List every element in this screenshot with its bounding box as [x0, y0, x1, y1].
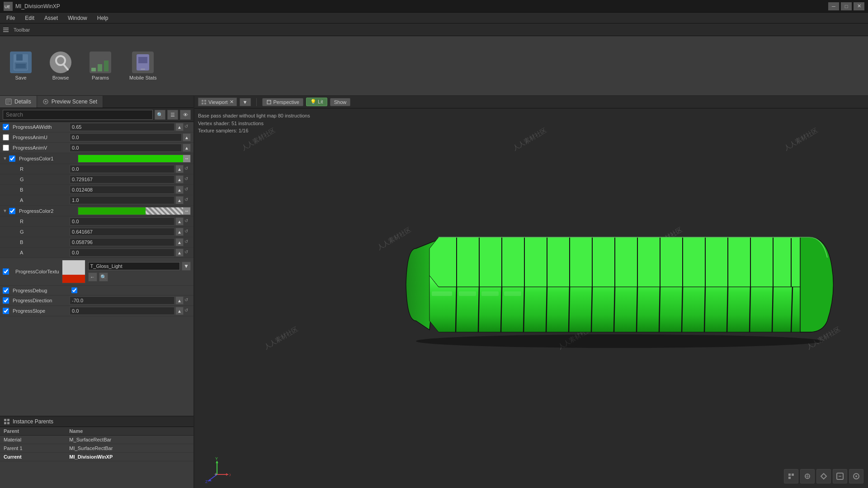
progressanimu-input[interactable] — [70, 133, 182, 141]
a-reset[interactable]: ↺ — [184, 197, 191, 203]
progressdirection-input[interactable] — [70, 296, 175, 305]
slope-spinner[interactable]: ▲ — [175, 307, 184, 315]
b-reset[interactable]: ↺ — [184, 187, 191, 193]
table-row[interactable]: Current MI_DivisionWinXP — [0, 453, 193, 461]
direction-spinner[interactable]: ▲ — [175, 296, 184, 305]
color2-r-input[interactable] — [70, 217, 175, 225]
progressaawidth-checkbox[interactable] — [3, 124, 9, 130]
eye-button[interactable]: 👁 — [180, 110, 191, 120]
vp-tool-4[interactable] — [833, 469, 847, 483]
color2-b-input[interactable] — [70, 238, 175, 246]
save-button[interactable]: Save — [5, 49, 36, 83]
search-button[interactable]: 🔍 — [155, 110, 165, 120]
progresscolor2-checkbox[interactable] — [9, 208, 15, 214]
aawidth-spinner[interactable]: ▲ — [175, 123, 184, 131]
menu-asset[interactable]: Asset — [40, 14, 62, 22]
progressanimu-checkbox[interactable] — [3, 134, 9, 141]
a2-reset[interactable]: ↺ — [184, 249, 191, 256]
color1-b-input[interactable] — [70, 186, 175, 194]
menu-edit[interactable]: Edit — [20, 14, 39, 22]
svg-rect-86 — [788, 474, 791, 476]
menu-file[interactable]: File — [2, 14, 19, 22]
r-spinner[interactable]: ▲ — [175, 165, 184, 173]
vp-tool-3[interactable] — [816, 469, 831, 483]
aawidth-reset[interactable]: ↺ — [184, 124, 191, 130]
g2-spinner[interactable]: ▲ — [175, 228, 184, 236]
color1-a-input[interactable] — [70, 196, 175, 204]
svg-text:UE: UE — [5, 5, 10, 9]
color1-swatch[interactable]: ↔ — [78, 155, 191, 163]
color1-r-input[interactable] — [70, 165, 175, 173]
viewport-close: ✕ — [230, 99, 234, 105]
texture-thumbnail[interactable] — [62, 260, 85, 283]
table-row[interactable]: Parent 1 MI_SurfaceRectBar — [0, 444, 193, 453]
g-spinner[interactable]: ▲ — [175, 175, 184, 183]
progresscolor1-checkbox[interactable] — [9, 155, 15, 162]
menu-window[interactable]: Window — [63, 14, 92, 22]
minimize-button[interactable]: ─ — [828, 2, 839, 10]
vp-tool-5[interactable] — [849, 469, 863, 483]
a-spinner[interactable]: ▲ — [175, 196, 184, 204]
color2-swatch[interactable]: ↔ — [78, 207, 191, 215]
texture-dropdown-arrow[interactable]: ▼ — [182, 262, 191, 271]
b-spinner[interactable]: ▲ — [175, 186, 184, 194]
vp-tool-2[interactable] — [800, 469, 815, 483]
vp-tool-1[interactable] — [784, 469, 798, 483]
menu-help[interactable]: Help — [93, 14, 113, 22]
table-row: R ▲ ↺ — [0, 164, 193, 174]
viewport-canvas[interactable]: 人人素材社区 人人素材社区 人人素材社区 人人素材社区 人人素材社区 人人素材社… — [194, 108, 868, 488]
animv-spinner[interactable]: ▲ — [183, 144, 191, 152]
params-button[interactable]: Params — [85, 49, 116, 83]
list-view-button[interactable]: ☰ — [167, 110, 178, 120]
name-current: MI_DivisionWinXP — [66, 453, 193, 461]
perspective-button[interactable]: Perspective — [262, 98, 303, 106]
progressaawidth-input[interactable] — [70, 123, 175, 131]
lit-button[interactable]: 💡 Lit — [306, 98, 327, 106]
mobile-stats-button[interactable]: Mobile Stats — [125, 49, 161, 83]
texture-search-button[interactable]: 🔍 — [99, 272, 108, 282]
a2-spinner[interactable]: ▲ — [175, 249, 184, 257]
search-input[interactable] — [3, 110, 153, 120]
lit-label: Lit — [318, 99, 323, 104]
animu-spinner[interactable]: ▲ — [183, 133, 191, 141]
texture-navigate-button[interactable]: ← — [88, 272, 97, 282]
table-row[interactable]: Material M_SurfaceRectBar — [0, 436, 193, 444]
texture-name-input[interactable] — [88, 262, 180, 270]
b2-spinner[interactable]: ▲ — [175, 238, 184, 246]
browse-button[interactable]: Browse — [45, 49, 76, 83]
slope-reset[interactable]: ↺ — [184, 308, 191, 314]
instance-parents-panel: Instance Parents Parent Name Material M_… — [0, 416, 193, 488]
progressslope-checkbox[interactable] — [3, 308, 9, 314]
r2-spinner[interactable]: ▲ — [175, 217, 184, 225]
show-button[interactable]: Show — [330, 98, 351, 106]
maximize-button[interactable]: □ — [841, 2, 852, 10]
close-button[interactable]: ✕ — [854, 2, 864, 10]
svg-rect-31 — [7, 422, 9, 424]
progressanimv-input[interactable] — [70, 144, 182, 152]
r2-reset[interactable]: ↺ — [184, 218, 191, 225]
g-reset[interactable]: ↺ — [184, 176, 191, 183]
r-reset[interactable]: ↺ — [184, 166, 191, 172]
vp-tool-4-icon — [836, 473, 844, 480]
viewport-dropdown-button[interactable]: Viewport ✕ — [198, 98, 237, 106]
b2-reset[interactable]: ↺ — [184, 239, 191, 245]
color2-a-input[interactable] — [70, 249, 175, 257]
progressdirection-checkbox[interactable] — [3, 297, 9, 304]
svg-rect-16 — [98, 64, 102, 71]
parent-parent1: Parent 1 — [0, 444, 66, 453]
table-row: ▼ ProgressColor2 ↔ — [0, 206, 193, 216]
color2-g-input[interactable] — [70, 228, 175, 236]
svg-marker-77 — [226, 473, 228, 476]
color1-g-input[interactable] — [70, 175, 175, 183]
progressslope-input[interactable] — [70, 307, 175, 315]
viewport-arrow-button[interactable]: ▼ — [240, 98, 251, 106]
progressdebug-checkbox[interactable] — [3, 287, 9, 294]
preview-scene-tab[interactable]: Preview Scene Set — [37, 96, 103, 108]
axis-svg: X Y Z + — [203, 456, 231, 483]
progressanimv-checkbox[interactable] — [3, 145, 9, 151]
details-tab[interactable]: Details — [0, 96, 37, 108]
direction-reset[interactable]: ↺ — [184, 297, 191, 304]
g2-reset[interactable]: ↺ — [184, 229, 191, 235]
progresscolortexture-checkbox[interactable] — [3, 268, 9, 275]
progressdebug-value-checkbox[interactable] — [71, 287, 77, 293]
